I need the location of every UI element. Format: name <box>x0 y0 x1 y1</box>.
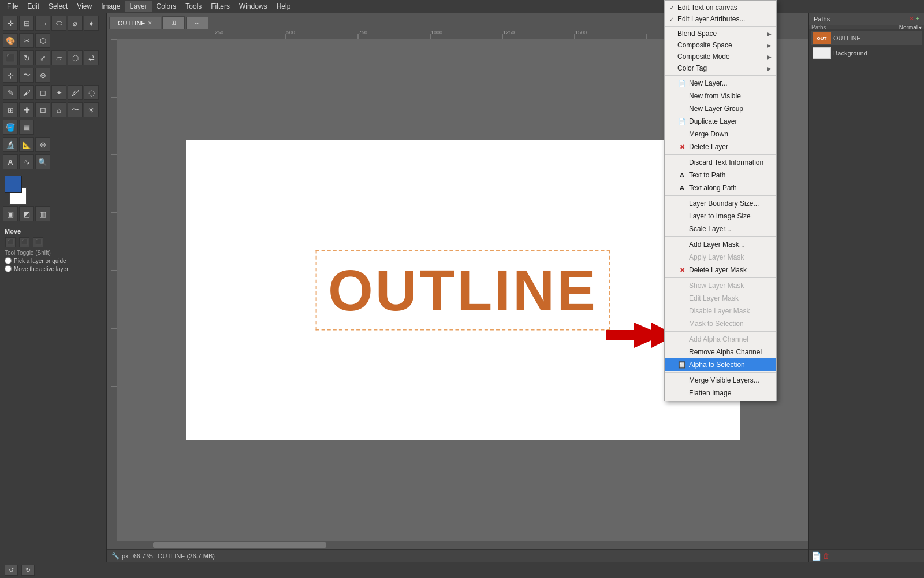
move-active-radio[interactable] <box>5 265 12 272</box>
tool-text[interactable]: A <box>3 154 18 169</box>
menu-edit-layer-mask[interactable]: Edit Layer Mask <box>665 292 776 305</box>
menu-windows[interactable]: Windows <box>234 1 272 12</box>
menu-duplicate-layer[interactable]: 📄 Duplicate Layer <box>665 115 776 128</box>
menu-alpha-to-selection[interactable]: 🔲 Alpha to Selection <box>665 358 776 371</box>
tool-dodge-burn[interactable]: ☀ <box>84 102 99 117</box>
menu-merge-visible-layers[interactable]: Merge Visible Layers... <box>665 374 776 387</box>
menu-composite-mode[interactable]: Composite Mode ▶ <box>665 51 776 62</box>
menu-merge-down[interactable]: Merge Down <box>665 128 776 140</box>
tool-handle-transform[interactable]: ⊕ <box>35 68 50 83</box>
menu-edit-layer-attributes[interactable]: ✓ Edit Layer Attributes... <box>665 13 776 25</box>
tool-crop[interactable]: ⬛ <box>3 50 18 65</box>
pick-layer-radio[interactable] <box>5 257 12 264</box>
move-btn-2[interactable]: ⬛ <box>19 237 29 247</box>
move-btn-1[interactable]: ⬛ <box>5 237 16 247</box>
tool-clone[interactable]: ⊞ <box>3 102 18 117</box>
menu-help[interactable]: Help <box>272 1 296 12</box>
tool-intelligent-scissors[interactable]: ✂ <box>19 33 34 48</box>
foreground-color[interactable] <box>5 176 22 193</box>
delete-layer-icon[interactable]: 🗑 <box>823 552 830 560</box>
menu-color-tag[interactable]: Color Tag ▶ <box>665 62 776 74</box>
tool-shear[interactable]: ▱ <box>51 50 66 65</box>
tool-ellipse-select[interactable]: ⬭ <box>51 16 66 31</box>
move-btn-3[interactable]: ⬛ <box>33 237 43 247</box>
bottom-refresh-icon[interactable]: ↻ <box>21 565 35 576</box>
tool-pencil[interactable]: ✎ <box>3 85 18 100</box>
tool-rect-select[interactable]: ▭ <box>35 16 50 31</box>
tool-fuzzy-select[interactable]: ♦ <box>84 16 99 31</box>
tool-gradient[interactable]: ▤ <box>19 120 34 135</box>
tool-zoom[interactable]: 🔍 <box>35 154 50 169</box>
horizontal-scrollbar[interactable] <box>107 541 808 549</box>
menu-flatten-image[interactable]: Flatten Image <box>665 387 776 399</box>
tool-bucket-fill[interactable]: 🪣 <box>3 120 18 135</box>
tool-airbrush[interactable]: ✦ <box>51 85 66 100</box>
menu-new-layer[interactable]: 📄 New Layer... <box>665 77 776 90</box>
menu-select[interactable]: Select <box>44 1 72 12</box>
menu-mask-to-selection[interactable]: Mask to Selection <box>665 317 776 330</box>
mode-quick-mask[interactable]: ◩ <box>19 206 34 221</box>
menu-scale-layer[interactable]: Scale Layer... <box>665 223 776 235</box>
tool-align[interactable]: ⊞ <box>19 16 34 31</box>
tool-measure[interactable]: 📐 <box>19 137 34 152</box>
menu-new-from-visible[interactable]: New from Visible <box>665 90 776 102</box>
menu-delete-layer-mask[interactable]: ✖ Delete Layer Mask <box>665 264 776 276</box>
tool-heal[interactable]: ✚ <box>19 102 34 117</box>
menu-discard-text-info[interactable]: Discard Text Information <box>665 156 776 169</box>
tool-free-select[interactable]: ⌀ <box>68 16 83 31</box>
mode-channels[interactable]: ▥ <box>35 206 50 221</box>
menu-colors[interactable]: Colors <box>152 1 181 12</box>
tool-color-balance[interactable]: ⊕ <box>35 137 50 152</box>
menu-show-layer-mask[interactable]: Show Layer Mask <box>665 279 776 292</box>
menu-layer[interactable]: Layer <box>125 1 152 12</box>
tool-color-picker[interactable]: 🔬 <box>3 137 18 152</box>
tool-cage-transform[interactable]: ⊹ <box>3 68 18 83</box>
menu-edit-text-on-canvas[interactable]: ✓ Edit Text on canvas <box>665 2 776 13</box>
menu-edit[interactable]: Edit <box>23 1 44 12</box>
tool-scale[interactable]: ⤢ <box>35 50 50 65</box>
tool-blur-sharpen[interactable]: ⌂ <box>51 102 66 117</box>
tool-ink[interactable]: 🖊 <box>68 85 83 100</box>
menu-apply-layer-mask[interactable]: Apply Layer Mask <box>665 251 776 264</box>
scrollbar-thumb[interactable] <box>153 542 326 548</box>
menu-blend-space[interactable]: Blend Space ▶ <box>665 28 776 39</box>
menu-file[interactable]: File <box>2 1 23 12</box>
menu-text-along-path[interactable]: A Text along Path <box>665 181 776 194</box>
panel-expand-icon[interactable]: + <box>916 15 919 23</box>
tool-paintbrush[interactable]: 🖌 <box>19 85 34 100</box>
menu-add-alpha-channel[interactable]: Add Alpha Channel <box>665 333 776 346</box>
tool-warp-transform[interactable]: 〜 <box>19 68 34 83</box>
move-active-option[interactable]: Move the active layer <box>5 265 102 272</box>
tool-foreground-select[interactable]: ⬡ <box>35 33 50 48</box>
tool-eraser[interactable]: ◻ <box>35 85 50 100</box>
tool-path[interactable]: ∿ <box>19 154 34 169</box>
tool-smudge[interactable]: 〜 <box>68 102 83 117</box>
menu-layer-boundary-size[interactable]: Layer Boundary Size... <box>665 197 776 210</box>
pick-layer-option[interactable]: Pick a layer or guide <box>5 257 102 264</box>
menu-composite-space[interactable]: Composite Space ▶ <box>665 39 776 51</box>
canvas-tab-outline[interactable]: OUTLINE ✕ <box>109 17 161 29</box>
layer-item[interactable]: OUT OUTLINE <box>811 31 922 45</box>
tool-rotate[interactable]: ↻ <box>19 50 34 65</box>
menu-layer-to-image-size[interactable]: Layer to Image Size <box>665 210 776 223</box>
panel-close-icon[interactable]: ✕ <box>909 15 914 23</box>
tool-select-by-color[interactable]: 🎨 <box>3 33 18 48</box>
menu-new-layer-group[interactable]: New Layer Group <box>665 102 776 115</box>
canvas-tab-new[interactable]: ⊞ <box>162 16 185 29</box>
menu-disable-layer-mask[interactable]: Disable Layer Mask <box>665 305 776 317</box>
bottom-reset-icon[interactable]: ↺ <box>5 565 18 576</box>
add-layer-icon[interactable]: 📄 <box>811 551 821 561</box>
mode-normal[interactable]: ▣ <box>3 206 18 221</box>
tool-perspective-clone[interactable]: ⊡ <box>35 102 50 117</box>
menu-add-layer-mask[interactable]: Add Layer Mask... <box>665 238 776 251</box>
background-layer-item[interactable]: Background <box>811 46 922 60</box>
canvas-tab-close-icon[interactable]: ✕ <box>148 20 152 26</box>
tool-move[interactable]: ✛ <box>3 16 18 31</box>
menu-image[interactable]: Image <box>96 1 125 12</box>
tool-flip[interactable]: ⇄ <box>84 50 99 65</box>
menu-delete-layer[interactable]: ✖ Delete Layer <box>665 140 776 153</box>
menu-filters[interactable]: Filters <box>206 1 234 12</box>
menu-remove-alpha-channel[interactable]: Remove Alpha Channel <box>665 346 776 358</box>
menu-view[interactable]: View <box>72 1 96 12</box>
menu-tools[interactable]: Tools <box>181 1 206 12</box>
